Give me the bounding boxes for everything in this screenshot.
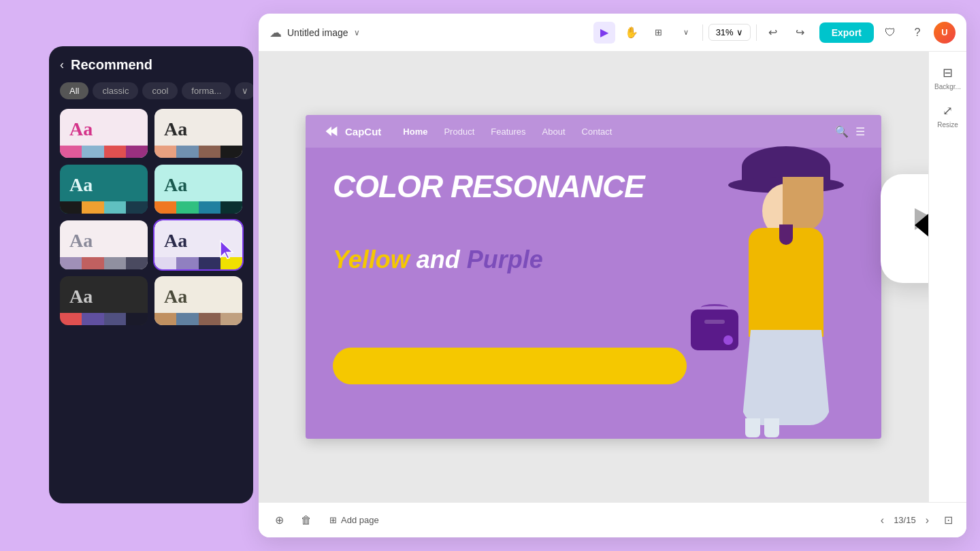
style-card-4[interactable]: Aa — [154, 165, 242, 214]
canvas-menu-icon: ☰ — [855, 125, 865, 138]
editor-area: ☁ Untitled image ∨ ▶ ✋ ⊞ ∨ 31% ∨ ↩ ↪ Exp… — [259, 14, 966, 537]
canvas-brand-name: CapCut — [345, 126, 381, 137]
resize-tool[interactable]: ⤢ Resize — [932, 98, 964, 133]
toolbar-right: Export 🛡 ? U — [819, 22, 956, 44]
left-panel: ‹ Recommend All classic cool forma... ∨ … — [49, 46, 253, 503]
body-yellow — [749, 228, 823, 337]
canvas-nav-links: Home Product Features About Contact — [403, 127, 813, 137]
resize-icon: ⤢ — [943, 103, 953, 118]
canvas-nav-features: Features — [491, 127, 525, 137]
toolbar-divider-2 — [756, 24, 757, 41]
bag-shape — [691, 310, 738, 350]
frame-dropdown-button[interactable]: ∨ — [675, 22, 697, 44]
redo-button[interactable]: ↪ — [789, 22, 811, 44]
style-card-1[interactable]: Aa — [60, 109, 148, 158]
zoom-dropdown-icon: ∨ — [736, 27, 743, 37]
style-card-3[interactable]: Aa — [60, 165, 148, 214]
style-card-8[interactable]: Aa — [154, 276, 242, 325]
style-aa-8: Aa — [164, 286, 187, 307]
background-label: Backgr... — [934, 83, 961, 91]
canvas-nav: CapCut Home Product Features About Conta… — [306, 115, 881, 148]
background-icon: ⊟ — [943, 65, 953, 80]
style-aa-2: Aa — [164, 118, 187, 140]
toolbar-center: ▶ ✋ ⊞ ∨ 31% ∨ ↩ ↪ — [593, 22, 811, 44]
bottom-bar: ⊕ 🗑 ⊞ Add page ‹ 13/15 › ⊡ — [259, 502, 966, 537]
add-page-icon: ⊞ — [329, 515, 337, 525]
fit-icon-button[interactable]: ⊡ — [941, 511, 956, 529]
panel-header: ‹ Recommend — [60, 57, 242, 73]
next-page-button[interactable]: › — [921, 513, 933, 528]
cloud-icon: ☁ — [270, 25, 282, 40]
panel-title: Recommend — [71, 57, 152, 73]
page-counter: 13/15 — [894, 515, 916, 525]
select-tool-button[interactable]: ▶ — [593, 22, 615, 44]
zoom-control[interactable]: 31% ∨ — [708, 24, 751, 41]
filter-tag-all[interactable]: All — [60, 82, 88, 99]
duplicate-icon-button[interactable]: ⊕ — [270, 511, 289, 530]
style-aa-6: Aa — [164, 230, 187, 252]
canvas-search-icon: 🔍 — [835, 125, 849, 138]
hand-tool-button[interactable]: ✋ — [621, 22, 642, 44]
frame-tool-button[interactable]: ⊞ — [648, 22, 670, 44]
canvas-subtitle-and: and — [410, 246, 467, 273]
canvas-content[interactable]: CapCut Home Product Features About Conta… — [306, 115, 881, 439]
canvas-subtitle: Yellow and Purple — [333, 246, 543, 274]
canvas-area: CapCut Home Product Features About Conta… — [259, 52, 928, 502]
toolbar-left: ☁ Untitled image ∨ — [270, 25, 585, 40]
back-button[interactable]: ‹ — [60, 58, 64, 72]
user-avatar[interactable]: U — [934, 22, 956, 44]
filter-tags: All classic cool forma... ∨ — [60, 82, 242, 99]
page-navigation: ‹ 13/15 › — [877, 513, 933, 528]
help-icon-button[interactable]: ? — [906, 22, 928, 44]
canvas-nav-about: About — [542, 127, 566, 137]
style-card-6[interactable]: Aa — [154, 220, 242, 269]
undo-button[interactable]: ↩ — [762, 22, 784, 44]
style-card-2[interactable]: Aa — [154, 109, 242, 158]
shield-icon-button[interactable]: 🛡 — [879, 22, 901, 44]
style-grid: Aa Aa Aa — [60, 109, 242, 325]
zoom-level: 31% — [716, 27, 734, 37]
file-name[interactable]: Untitled image — [287, 27, 348, 38]
canvas-headline: COLOR RESONANCE — [333, 169, 644, 204]
canvas-brand-logo: CapCut — [322, 124, 381, 138]
canvas-yellow-bar — [333, 348, 687, 384]
canvas-nav-home: Home — [403, 127, 427, 137]
canvas-model-figure — [684, 146, 881, 439]
style-aa-1: Aa — [69, 118, 93, 140]
skirt-shape — [742, 330, 830, 425]
export-button[interactable]: Export — [819, 22, 874, 43]
canvas-nav-contact: Contact — [582, 127, 612, 137]
filter-more-button[interactable]: ∨ — [235, 82, 253, 99]
canvas-subtitle-purple: Purple — [467, 246, 543, 273]
add-page-button[interactable]: ⊞ Add page — [324, 512, 385, 528]
canvas-nav-product: Product — [444, 127, 474, 137]
style-card-7[interactable]: Aa — [60, 276, 148, 325]
background-tool[interactable]: ⊟ Backgr... — [932, 60, 964, 95]
filter-tag-classic[interactable]: classic — [93, 82, 138, 99]
resize-label: Resize — [937, 121, 958, 129]
style-aa-3: Aa — [69, 174, 93, 196]
style-card-5[interactable]: Aa — [60, 220, 148, 269]
canvas-nav-icons: 🔍 ☰ — [835, 125, 865, 138]
filter-tag-formal[interactable]: forma... — [182, 82, 231, 99]
filter-tag-cool[interactable]: cool — [142, 82, 178, 99]
toolbar: ☁ Untitled image ∨ ▶ ✋ ⊞ ∨ 31% ∨ ↩ ↪ Exp… — [259, 14, 966, 52]
add-page-label: Add page — [341, 515, 379, 525]
style-aa-4: Aa — [164, 174, 187, 196]
filename-dropdown-icon[interactable]: ∨ — [354, 28, 360, 37]
style-aa-5: Aa — [69, 230, 93, 252]
prev-page-button[interactable]: ‹ — [877, 513, 888, 528]
toolbar-divider-1 — [702, 24, 703, 41]
style-aa-7: Aa — [69, 286, 93, 307]
right-toolbar: ⊟ Backgr... ⤢ Resize — [928, 52, 966, 502]
canvas-subtitle-yellow: Yellow — [333, 246, 410, 273]
delete-icon-button[interactable]: 🗑 — [297, 511, 316, 530]
